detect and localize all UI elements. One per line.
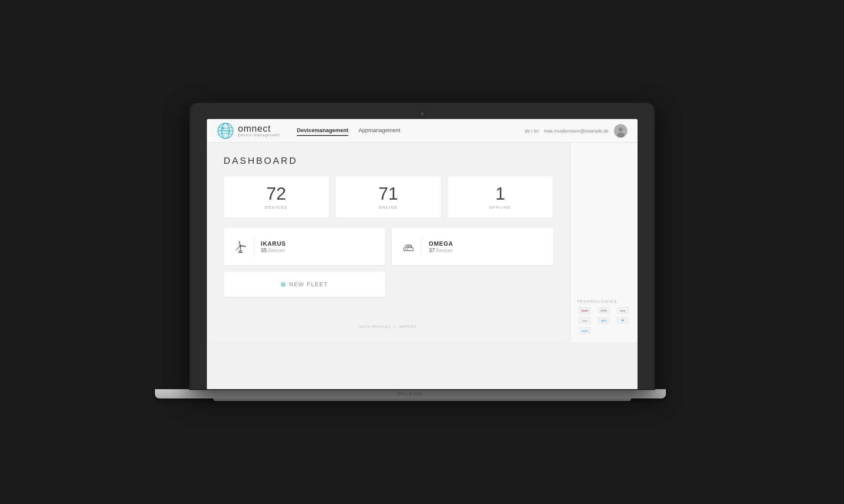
- svg-text:yocto: yocto: [582, 320, 587, 322]
- macbook-wrapper: omnect Device Management Devicemanagemen…: [190, 103, 654, 401]
- nav-devicemanagement[interactable]: Devicemanagement: [297, 125, 348, 136]
- svg-point-4: [222, 127, 224, 130]
- tech-logos-grid: RaspPi GPIO: [577, 307, 631, 334]
- fleets-row: IKARUS 35 Devices: [224, 228, 553, 265]
- logo-subtitle: Device Management: [238, 133, 280, 137]
- svg-point-7: [619, 127, 623, 132]
- app-header: omnect Device Management Devicemanagemen…: [207, 119, 638, 143]
- technologies-title: TECHNOLOGIES: [577, 299, 631, 303]
- tech-logo-azure: Azure: [615, 307, 631, 314]
- router-icon: [402, 236, 422, 257]
- bottom-row: ⊕ NEW FLEET: [224, 272, 553, 297]
- macbook-base: MacBook: [155, 389, 666, 398]
- user-avatar[interactable]: [614, 124, 627, 138]
- fleet-info-ikarus: IKARUS 35 Devices: [261, 240, 286, 253]
- svg-text:arm: arm: [601, 319, 606, 322]
- dashboard-title: DASHBOARD: [224, 155, 553, 166]
- stat-number-devices: 72: [236, 185, 316, 203]
- stat-card-offline: 1 OFFLINE: [448, 176, 553, 218]
- nav-appmanagement[interactable]: Appmanagement: [358, 125, 400, 136]
- new-fleet-plus-icon: ⊕: [280, 280, 287, 288]
- stat-card-devices: 72 DEVICES: [224, 176, 329, 218]
- new-fleet-card[interactable]: ⊕ NEW FLEET: [224, 272, 385, 297]
- main-nav: Devicemanagement Appmanagement: [297, 125, 525, 136]
- tech-logo-gpio: GPIO: [596, 307, 612, 314]
- footer-separator: |: [394, 325, 396, 329]
- fleet-devices-omega: 37 Devices: [429, 247, 453, 253]
- avatar-icon: [614, 124, 627, 138]
- user-email: max.mustermann@example.de: [544, 128, 608, 133]
- app-footer: DATA PRIVACY | IMPRINT: [224, 322, 553, 330]
- header-right: de | en max.mustermann@example.de: [525, 124, 627, 138]
- svg-point-8: [617, 133, 624, 138]
- svg-point-14: [405, 249, 406, 249]
- app-content-area: DASHBOARD 72 DEVICES 71 ONLINE 1: [207, 143, 638, 342]
- macbook-bezel: omnect Device Management Devicemanagemen…: [190, 103, 654, 389]
- tech-logo-docker: docker: [577, 327, 593, 334]
- tech-logo-arm: arm: [596, 317, 612, 324]
- svg-text:Azure: Azure: [620, 309, 625, 312]
- stat-label-offline: OFFLINE: [460, 205, 540, 209]
- macbook-camera: [421, 112, 424, 116]
- fleet-info-omega: OMEGA 37 Devices: [429, 240, 453, 253]
- svg-point-15: [407, 249, 407, 249]
- svg-text:docker: docker: [581, 330, 588, 332]
- svg-line-11: [241, 250, 242, 252]
- stats-row: 72 DEVICES 71 ONLINE 1 OFFLINE: [224, 176, 553, 218]
- logo-area: omnect Device Management: [217, 122, 280, 139]
- fleet-card-omega[interactable]: OMEGA 37 Devices: [392, 228, 553, 265]
- new-fleet-text: NEW FLEET: [289, 281, 328, 287]
- footer-data-privacy[interactable]: DATA PRIVACY: [359, 325, 391, 329]
- main-content: DASHBOARD 72 DEVICES 71 ONLINE 1: [207, 143, 570, 342]
- logo-name: omnect: [238, 124, 280, 133]
- macbook-screen: omnect Device Management Devicemanagemen…: [207, 119, 638, 389]
- fleet-devices-ikarus: 35 Devices: [261, 247, 286, 253]
- fleet-name-ikarus: IKARUS: [261, 240, 286, 247]
- stat-number-offline: 1: [460, 185, 540, 203]
- language-switcher[interactable]: de | en: [525, 128, 539, 133]
- macbook-foot: [213, 398, 631, 401]
- macbook-label: MacBook: [398, 391, 423, 396]
- fleet-card-ikarus[interactable]: IKARUS 35 Devices: [224, 228, 385, 265]
- tech-logo-yocto: yocto: [577, 317, 593, 324]
- svg-text:✶: ✶: [621, 318, 624, 322]
- turbine-icon: [234, 236, 254, 257]
- tech-logo-raspberrypi: RaspPi: [577, 307, 593, 314]
- footer-imprint[interactable]: IMPRINT: [399, 325, 417, 329]
- stat-label-online: ONLINE: [348, 205, 428, 209]
- svg-point-17: [408, 247, 409, 248]
- tech-logo-bluetooth: ✶: [615, 317, 631, 324]
- stat-number-online: 71: [348, 185, 428, 203]
- svg-text:RaspPi: RaspPi: [581, 309, 588, 312]
- logo-text: omnect Device Management: [238, 124, 280, 137]
- new-fleet-label: ⊕ NEW FLEET: [280, 280, 328, 288]
- technologies-section: TECHNOLOGIES RaspPi: [577, 299, 631, 334]
- right-panel: TECHNOLOGIES RaspPi: [570, 143, 638, 342]
- svg-text:GPIO: GPIO: [600, 309, 607, 312]
- svg-point-5: [227, 131, 229, 133]
- logo-globe-icon: [217, 122, 234, 139]
- stat-label-devices: DEVICES: [236, 205, 316, 209]
- fleet-name-omega: OMEGA: [429, 240, 453, 247]
- stat-card-online: 71 ONLINE: [336, 176, 441, 218]
- svg-line-10: [239, 250, 239, 252]
